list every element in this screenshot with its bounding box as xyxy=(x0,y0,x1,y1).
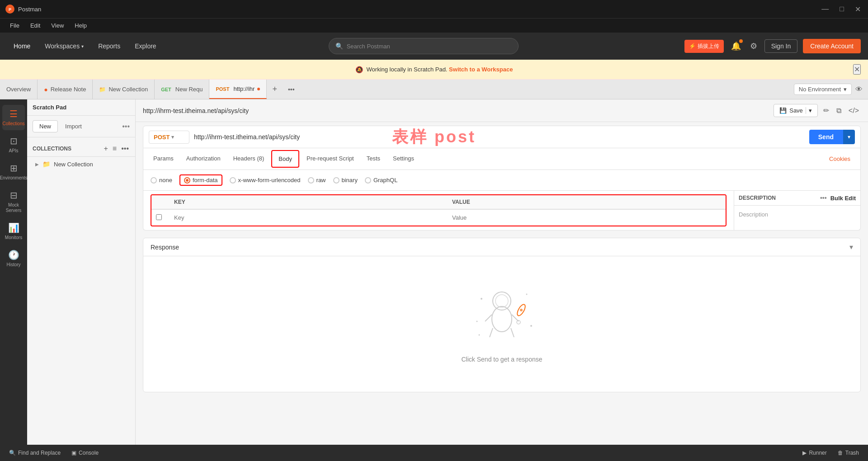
panel-header: Scratch Pad xyxy=(27,99,135,116)
value-input[interactable] xyxy=(448,210,726,226)
desc-more-icon[interactable]: ••• xyxy=(820,194,827,202)
csdn-button[interactable]: ⚡ 插拔上传 xyxy=(684,40,724,53)
tabs-row: Overview ● Release Note 📁 New Collection… xyxy=(0,80,868,99)
sidebar-item-apis[interactable]: ⊡ APIs xyxy=(2,132,25,157)
none-radio[interactable] xyxy=(151,177,157,183)
request-url-input[interactable] xyxy=(194,133,805,141)
console-button[interactable]: ▣ Console xyxy=(68,448,102,458)
description-placeholder: Description xyxy=(739,211,768,218)
description-actions: ••• Bulk Edit xyxy=(820,194,856,202)
binary-radio[interactable] xyxy=(333,177,340,183)
tab-new-collection[interactable]: 📁 New Collection xyxy=(93,80,155,99)
response-title: Response xyxy=(151,244,179,251)
row-checkbox[interactable] xyxy=(156,214,162,220)
menu-edit[interactable]: Edit xyxy=(26,20,45,31)
minimize-button[interactable]: — xyxy=(820,5,830,14)
edit-icon[interactable]: ✏ xyxy=(821,104,831,117)
collection-new-collection[interactable]: ▶ 📁 New Collection xyxy=(30,157,132,171)
maximize-button[interactable]: □ xyxy=(838,5,846,14)
tab-more-button[interactable]: ••• xyxy=(283,80,300,99)
body-option-graphql[interactable]: GraphQL xyxy=(365,177,397,183)
env-eye-icon[interactable]: 👁 xyxy=(855,85,863,94)
body-option-form-data[interactable]: form-data xyxy=(179,174,222,186)
send-button[interactable]: Send xyxy=(809,130,843,144)
create-account-button[interactable]: Create Account xyxy=(803,39,861,53)
tab-authorization[interactable]: Authorization xyxy=(180,151,227,167)
tab-settings[interactable]: Settings xyxy=(387,151,420,167)
form-data-label: form-data xyxy=(193,177,218,183)
menu-help[interactable]: Help xyxy=(70,20,91,31)
tab-new-collection-label: New Collection xyxy=(108,86,148,93)
tab-body[interactable]: Body xyxy=(271,150,299,168)
nav-reports[interactable]: Reports xyxy=(92,39,127,53)
menu-file[interactable]: File xyxy=(5,20,24,31)
tab-tests[interactable]: Tests xyxy=(360,151,387,167)
svg-point-14 xyxy=(476,321,478,322)
more-collections-button[interactable]: ••• xyxy=(120,144,130,154)
environment-selector[interactable]: No Environment ▾ xyxy=(794,84,852,95)
nav-explore[interactable]: Explore xyxy=(128,39,162,53)
nav-workspaces[interactable]: Workspaces ▾ xyxy=(38,39,90,53)
env-label: No Environment xyxy=(799,86,841,93)
graphql-radio[interactable] xyxy=(365,177,371,183)
chevron-right-icon: ▶ xyxy=(35,162,39,167)
sidebar-item-mock-servers[interactable]: ⊟ Mock Servers xyxy=(2,186,25,217)
sidebar-item-collections[interactable]: ☰ Collections xyxy=(2,105,25,130)
sidebar-item-environments[interactable]: ⊞ Environments xyxy=(2,159,25,184)
save-button[interactable]: 💾 Save ▾ xyxy=(774,104,818,117)
nav-home[interactable]: Home xyxy=(7,39,37,53)
notification-bell-icon[interactable]: 🔔 xyxy=(729,39,743,53)
body-option-urlencoded[interactable]: x-www-form-urlencoded xyxy=(230,177,301,183)
tab-post-ihrm[interactable]: POST http://ihr xyxy=(209,80,267,99)
bulk-edit-button[interactable]: Bulk Edit xyxy=(830,195,856,202)
cookies-link[interactable]: Cookies xyxy=(823,151,857,167)
menu-view[interactable]: View xyxy=(47,20,68,31)
send-dropdown-button[interactable]: ▾ xyxy=(843,130,855,144)
tab-headers[interactable]: Headers (8) xyxy=(227,151,271,167)
search-input[interactable]: 🔍 Search Postman xyxy=(329,38,519,54)
trash-button[interactable]: 🗑 Trash xyxy=(834,448,863,458)
urlencoded-radio[interactable] xyxy=(230,177,236,183)
filter-collections-button[interactable]: ≡ xyxy=(112,144,118,154)
add-collection-button[interactable]: + xyxy=(103,144,109,154)
body-option-none[interactable]: none xyxy=(151,177,172,183)
import-button[interactable]: Import xyxy=(61,121,85,132)
raw-radio[interactable] xyxy=(308,177,314,183)
runner-button[interactable]: ▶ Runner xyxy=(799,448,830,458)
save-dropdown-icon[interactable]: ▾ xyxy=(806,107,812,114)
sidebar-item-monitors[interactable]: 📊 Monitors xyxy=(2,219,25,244)
collection-panel: Scratch Pad New Import ••• Collections +… xyxy=(27,99,136,461)
close-button[interactable]: ✕ xyxy=(853,5,863,14)
tab-params[interactable]: Params xyxy=(147,151,180,167)
copy-icon[interactable]: ⧉ xyxy=(835,105,843,117)
tab-release-note[interactable]: ● Release Note xyxy=(38,80,93,99)
sign-in-button[interactable]: Sign In xyxy=(764,39,798,53)
send-button-wrapper: Send ▾ xyxy=(809,130,855,144)
response-chevron-icon[interactable]: ▾ xyxy=(849,243,853,251)
tab-overview[interactable]: Overview xyxy=(0,80,38,99)
panel-more-icon[interactable]: ••• xyxy=(122,122,130,131)
form-data-radio[interactable] xyxy=(184,177,190,183)
key-col-header: KEY xyxy=(170,195,448,209)
body-option-binary[interactable]: binary xyxy=(333,177,358,183)
banner-close-button[interactable]: ✕ xyxy=(853,64,861,75)
find-replace-icon: 🔍 xyxy=(9,450,16,456)
tab-add-button[interactable]: + xyxy=(267,80,283,99)
body-option-raw[interactable]: raw xyxy=(308,177,326,183)
sidebar-item-history[interactable]: 🕐 History xyxy=(2,246,25,271)
method-selector[interactable]: POST ▾ xyxy=(149,131,189,144)
banner-workspace-link[interactable]: Switch to a Workspace xyxy=(449,66,513,73)
banner: 🔕 Working locally in Scratch Pad. Switch… xyxy=(0,60,868,80)
save-icon: 💾 xyxy=(779,107,787,114)
new-button[interactable]: New xyxy=(33,120,58,132)
key-input[interactable] xyxy=(170,210,448,226)
search-icon: 🔍 xyxy=(335,42,343,50)
tab-pre-request[interactable]: Pre-request Script xyxy=(300,151,360,167)
settings-icon[interactable]: ⚙ xyxy=(748,39,759,53)
svg-point-3 xyxy=(495,295,508,307)
description-panel: DESCRIPTION ••• Bulk Edit Description xyxy=(734,191,860,230)
code-icon[interactable]: </> xyxy=(847,105,861,117)
collection-list: Collections + ≡ ••• ▶ 📁 New Collection xyxy=(27,137,135,461)
find-replace-button[interactable]: 🔍 Find and Replace xyxy=(5,448,64,458)
tab-new-request-get[interactable]: GET New Requ xyxy=(155,80,209,99)
